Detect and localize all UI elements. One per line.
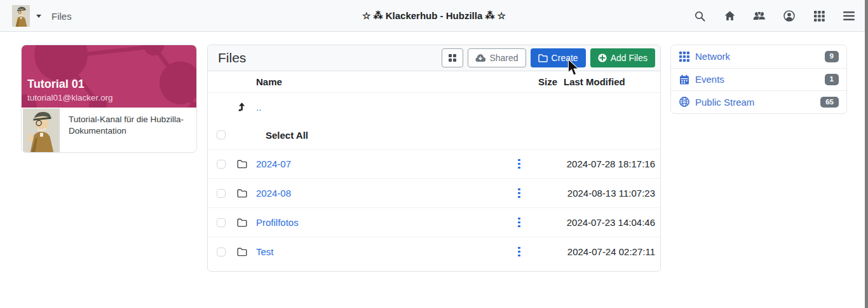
grid-view-icon <box>449 54 456 62</box>
level-up-icon <box>237 102 247 112</box>
folder-icon <box>237 218 247 227</box>
select-all-row: Select All <box>208 121 660 149</box>
row-checkbox[interactable] <box>217 218 226 227</box>
channel-avatar-large <box>23 108 60 153</box>
toolbar: Shared Create Add Files <box>442 48 655 67</box>
menu-icon[interactable] <box>839 6 859 26</box>
create-button-label: Create <box>552 53 578 63</box>
shared-button[interactable]: Shared <box>468 48 526 67</box>
add-files-button-label: Add Files <box>611 53 648 63</box>
last-modified: 2024-08-13 11:07:23 <box>557 188 655 199</box>
channel-card: Tutorial 01 tutorial01@klacker.org Tutor… <box>21 45 197 153</box>
folder-icon <box>237 189 247 198</box>
column-header-last-modified: Last Modified <box>557 76 655 87</box>
kebab-menu-icon[interactable] <box>518 159 520 169</box>
channel-avatar-small[interactable] <box>10 5 32 27</box>
select-all-checkbox[interactable] <box>217 130 226 139</box>
kebab-menu-icon[interactable] <box>518 218 520 228</box>
cloud-download-icon <box>475 54 485 62</box>
folder-link[interactable]: Profilfotos <box>256 217 299 228</box>
count-badge: 65 <box>820 97 839 108</box>
top-navbar: Files ☆ ⁂ Klackerhub - Hubzilla ⁂ ☆ <box>0 0 868 32</box>
table-row: Test 2024-07-24 02:27:11 <box>208 237 660 266</box>
sidebar-item-network[interactable]: Network 9 <box>671 45 846 68</box>
row-checkbox[interactable] <box>217 248 226 256</box>
caret-down-icon[interactable] <box>36 15 41 18</box>
last-modified: 2024-07-24 02:27:11 <box>557 246 655 257</box>
grid-view-button[interactable] <box>442 48 463 67</box>
kebab-menu-icon[interactable] <box>518 188 520 199</box>
parent-directory-row: .. <box>208 93 660 121</box>
channel-address: tutorial01@klacker.org <box>27 93 113 102</box>
folder-plus-icon <box>538 54 548 62</box>
sidebar-item-events[interactable]: Events 1 <box>671 68 846 91</box>
column-header-name: Name <box>256 76 512 87</box>
column-header-size: Size <box>527 76 557 87</box>
parent-directory-link[interactable]: .. <box>256 102 261 113</box>
sidebar-item-label: Public Stream <box>695 97 754 108</box>
account-icon[interactable] <box>779 6 799 26</box>
create-button[interactable]: Create <box>531 48 586 67</box>
sidebar-item-public-stream[interactable]: Public Stream 65 <box>671 90 846 113</box>
apps-grid-icon[interactable] <box>809 6 829 26</box>
sidebar-item-label: Network <box>695 51 730 62</box>
navbar-left: Files <box>10 0 72 32</box>
files-panel-header: Files Shared Create Add Files <box>208 45 660 71</box>
last-modified: 2024-07-28 18:17:16 <box>557 158 655 169</box>
table-row: Profilfotos 2024-07-23 14:04:46 <box>208 207 660 237</box>
last-modified: 2024-07-23 14:04:46 <box>557 217 655 228</box>
search-icon[interactable] <box>689 6 710 26</box>
calendar-icon <box>679 74 689 85</box>
sidebar-item-label: Events <box>695 74 724 85</box>
channel-banner: Tutorial 01 tutorial01@klacker.org <box>22 45 196 108</box>
channel-card-body: Tutorial-Kanal für die Hubzilla-Dokument… <box>22 108 196 153</box>
shared-button-label: Shared <box>489 53 518 63</box>
navbar-right <box>689 0 859 32</box>
table-row: 2024-08 2024-08-13 11:07:23 <box>208 178 660 207</box>
row-checkbox[interactable] <box>217 189 226 198</box>
folder-icon <box>237 248 247 256</box>
count-badge: 1 <box>825 74 839 85</box>
add-files-button[interactable]: Add Files <box>590 48 655 67</box>
avatar-image <box>10 5 32 27</box>
page-root: Files ☆ ⁂ Klackerhub - Hubzilla ⁂ ☆ <box>0 0 868 308</box>
table-header-row: Name Size Last Modified <box>208 71 660 93</box>
folder-link[interactable]: 2024-08 <box>256 188 291 199</box>
folder-icon <box>237 160 247 169</box>
home-icon[interactable] <box>719 6 740 26</box>
channel-name: Tutorial 01 <box>27 78 85 91</box>
folder-link[interactable]: 2024-07 <box>256 158 291 169</box>
table-row: 2024-07 2024-07-28 18:17:16 <box>208 149 660 178</box>
group-icon[interactable] <box>749 6 770 26</box>
panel-title: Files <box>218 50 246 66</box>
network-grid-icon <box>679 51 689 62</box>
row-checkbox[interactable] <box>217 160 226 169</box>
vertical-scrollbar[interactable] <box>865 0 868 308</box>
count-badge: 9 <box>825 51 839 62</box>
folder-link[interactable]: Test <box>256 246 274 257</box>
plus-circle-icon <box>598 53 607 62</box>
current-app-label: Files <box>51 11 72 22</box>
select-all-label: Select All <box>266 130 308 141</box>
files-panel: Files Shared Create Add Files <box>207 45 661 272</box>
channel-description: Tutorial-Kanal für die Hubzilla-Dokument… <box>60 108 196 153</box>
kebab-menu-icon[interactable] <box>518 247 520 257</box>
globe-icon <box>679 97 689 108</box>
activity-widget: Network 9 Events 1 Public Stream 65 <box>670 45 847 114</box>
